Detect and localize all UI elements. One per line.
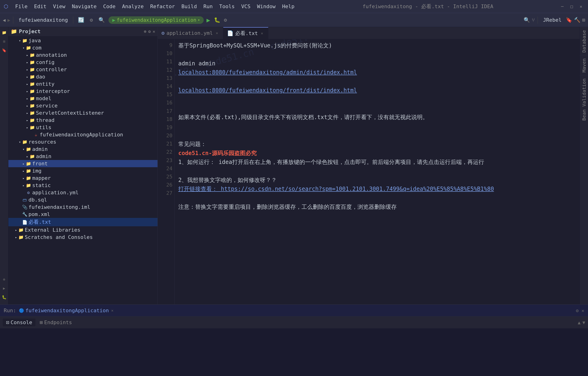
menu-code[interactable]: Code [101, 3, 118, 10]
toolbar-build-icon[interactable]: 🔨 [574, 17, 580, 23]
run-icon-left[interactable]: ▶ [1, 285, 8, 292]
tree-item[interactable]: ▸📁static [8, 182, 158, 189]
project-icon[interactable]: 📁 [1, 29, 8, 36]
scroll-down-icon[interactable]: ▼ [582, 320, 585, 325]
tree-item-label: db.sql [29, 197, 47, 203]
tree-item[interactable]: ▸📁dao [8, 73, 158, 80]
tree-item[interactable]: ▾📁com [8, 44, 158, 51]
debug-button[interactable]: 🐛 [213, 16, 221, 24]
tree-item[interactable]: 📎fufeiwendaxitong.iml [8, 203, 158, 211]
endpoints-tab[interactable]: ⊞ Endpoints [36, 319, 75, 326]
menu-window[interactable]: Window [255, 3, 278, 10]
menu-navigate[interactable]: Navigate [70, 3, 99, 10]
tree-item[interactable]: ⚙application.yml [8, 189, 158, 196]
menu-run[interactable]: Run [201, 3, 215, 10]
close-tab-application-yml[interactable]: ✕ [215, 31, 219, 35]
toolbar-bookmark-icon[interactable]: 🔖 [566, 17, 572, 23]
tree-item[interactable]: ▸📁img [8, 167, 158, 175]
tree-item[interactable]: ☕fufeiwendaxitongApplication [8, 131, 158, 138]
window-controls[interactable]: ─ □ ✕ [559, 3, 584, 10]
menu-build[interactable]: Build [179, 3, 199, 10]
menu-file[interactable]: File [13, 3, 30, 10]
menu-vcs[interactable]: VCS [239, 3, 253, 10]
tree-item[interactable]: ▸📁service [8, 102, 158, 109]
tree-item[interactable]: 🗃db.sql [8, 196, 158, 203]
tree-item[interactable]: ▸📁External Libraries [8, 226, 158, 233]
menu-refactor[interactable]: Refactor [148, 3, 177, 10]
tree-item[interactable]: 🔧pom.xml [8, 211, 158, 218]
tree-item-label: dao [36, 74, 45, 80]
menu-edit[interactable]: Edit [32, 3, 49, 10]
tree-item[interactable]: ▸📁ServletContextListener [8, 109, 158, 117]
terminal-icon[interactable]: ⊛ [1, 276, 8, 283]
tree-item[interactable]: ▾📁java [8, 37, 158, 44]
tree-item-label: interceptor [36, 88, 70, 94]
toolbar-icon-1[interactable]: 🔄 [76, 16, 86, 24]
tree-item[interactable]: ▸📁thread [8, 117, 158, 124]
database-tab[interactable]: Database [580, 27, 588, 55]
tree-item[interactable]: 📄必看.txt [8, 218, 158, 226]
toolbar-project-name[interactable]: fufeiwendaxitong [16, 16, 70, 24]
project-sync-icon[interactable]: ⊕ [144, 29, 146, 34]
project-header-icons[interactable]: ⊕ ⚙ ✕ [144, 29, 155, 34]
app-icon: ⬡ [4, 3, 8, 9]
structure-icon[interactable]: ⊞ [1, 38, 8, 45]
editor-tabs[interactable]: ⚙ application.yml ✕ 📄 必看.txt ✕ [158, 27, 580, 39]
run-config-selector[interactable]: ▶ fufeiwendaxitongApplication ▾ [108, 16, 204, 24]
toolbar-icon-more[interactable]: ⚙ [223, 16, 228, 24]
tab-biskan-txt[interactable]: 📄 必看.txt ✕ [223, 27, 268, 39]
tree-item[interactable]: ▸📁controller [8, 66, 158, 73]
toolbar-back-icon[interactable]: ◀ [3, 17, 6, 23]
menu-help[interactable]: Help [280, 3, 297, 10]
tree-item[interactable]: ▸📁model [8, 95, 158, 102]
toolbar-search-icon[interactable]: 🔍 [524, 17, 530, 23]
project-gear-icon[interactable]: ⚙ [148, 29, 151, 34]
close-tab-biskan-txt[interactable]: ✕ [260, 31, 264, 36]
tree-item[interactable]: ▸📁Scratches and Consoles [8, 233, 158, 241]
toolbar-icon-3[interactable]: 🔍 [97, 16, 107, 24]
bottom-tabs[interactable]: ⊡ Console ⊞ Endpoints ▲ ▼ [0, 316, 588, 329]
tree-item[interactable]: ▸📁interceptor [8, 88, 158, 95]
toolbar-icon-2[interactable]: ⚙ [88, 16, 95, 24]
tree-item[interactable]: ▾📁admin [8, 145, 158, 153]
code-line: 注意：替换文字需要重启项目，删除浏览器缓存，工么删除的百度百度，浏览器删除缓存 [178, 202, 576, 211]
run-button[interactable]: ▶ [206, 16, 211, 24]
menu-bar[interactable]: File Edit View Navigate Code Analyze Ref… [13, 3, 297, 10]
menu-view[interactable]: View [51, 3, 68, 10]
tree-item[interactable]: ▸📁admin [8, 153, 158, 160]
toolbar-forward-icon[interactable]: ▶ [8, 17, 10, 23]
run-app-close-icon[interactable]: ✕ [111, 308, 114, 313]
minimize-button[interactable]: ─ [559, 3, 566, 10]
menu-analyze[interactable]: Analyze [120, 3, 146, 10]
tree-item[interactable]: ▸📁annotation [8, 51, 158, 59]
close-button[interactable]: ✕ [578, 3, 584, 10]
toolbar-git-icon[interactable]: ⑂ [532, 17, 535, 23]
scroll-up-icon[interactable]: ▲ [578, 320, 580, 325]
tree-item[interactable]: ▸📁utils [8, 124, 158, 131]
maven-tab[interactable]: Maven [580, 55, 588, 75]
debug-icon-left[interactable]: 🐛 [1, 294, 8, 300]
tree-item[interactable]: ▸📁entity [8, 80, 158, 88]
bottom-close-icon[interactable]: ✕ [581, 308, 584, 313]
tab-application-yml[interactable]: ⚙ application.yml ✕ [158, 27, 223, 39]
tree-item[interactable]: ▸📁mapper [8, 175, 158, 182]
run-app-name[interactable]: 🔵 fufeiwendaxitongApplication ✕ [19, 308, 113, 313]
bottom-settings-icon[interactable]: ⚙ [576, 308, 579, 313]
jrebel-label[interactable]: JRebel [541, 16, 564, 24]
tree-item[interactable]: ▾📁resources [8, 138, 158, 145]
tree-item[interactable]: ▸📁front [8, 160, 158, 167]
maximize-button[interactable]: □ [568, 3, 575, 10]
toolbar-layout-icon[interactable]: ⊞ [582, 17, 585, 23]
tree-arrow-icon: ▾ [18, 39, 22, 43]
project-panel: 📁 Project ⊕ ⚙ ✕ ▾📁java▾📁com▸📁annotation▸… [8, 27, 158, 304]
menu-tools[interactable]: Tools [217, 3, 237, 10]
code-content[interactable]: 基于SpringBoot+MySQL+SSM+Vue.js的付费问答(附论文) … [175, 39, 580, 304]
tree-arrow-icon: ▾ [21, 147, 26, 151]
tree-item[interactable]: ▸📁config [8, 59, 158, 66]
project-close-icon[interactable]: ✕ [153, 29, 155, 34]
console-tab[interactable]: ⊡ Console [3, 319, 35, 326]
code-editor[interactable]: code51.cn code51.cn code51.cn 9101112131… [158, 39, 580, 304]
bean-validation-tab[interactable]: Bean Validation [580, 76, 588, 123]
bookmark-icon[interactable]: 🔖 [1, 47, 8, 54]
xml-tree-icon: 🔧 [22, 212, 28, 217]
